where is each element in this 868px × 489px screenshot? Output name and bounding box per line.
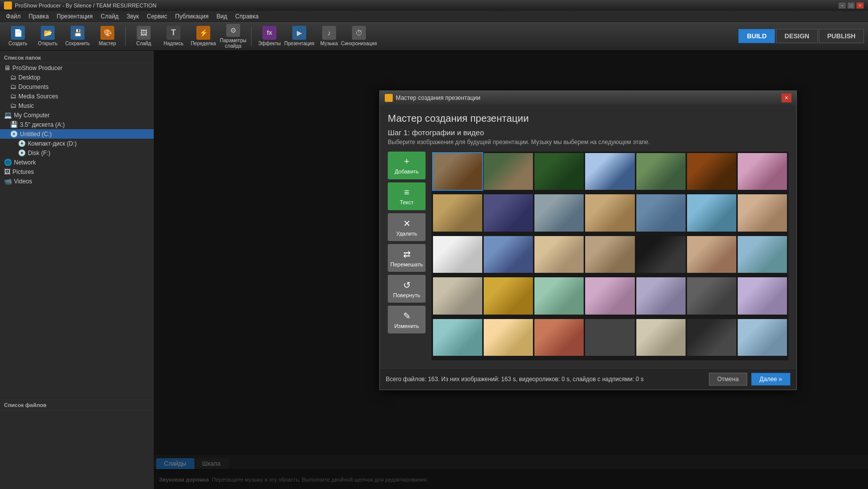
- rework-button[interactable]: ⚡ Переделка: [189, 24, 217, 49]
- effects-icon: fx: [262, 26, 276, 40]
- modal-footer-buttons: Отмена Далее »: [709, 373, 790, 386]
- grid-cell-18[interactable]: [585, 236, 634, 273]
- menu-service[interactable]: Сервис: [143, 12, 171, 21]
- master-label: Мастер: [99, 41, 116, 46]
- modal-overlay: Мастер создания презентации × Мастер соз…: [154, 51, 868, 489]
- grid-cell-13[interactable]: [687, 194, 736, 231]
- next-button[interactable]: Далее »: [751, 373, 790, 386]
- rotate-icon: ↺: [403, 280, 411, 291]
- change-label: Изменить: [394, 323, 419, 329]
- sync-button[interactable]: ⏱ Синхронизация: [345, 24, 373, 49]
- tree-item-network[interactable]: 🌐 Network: [0, 158, 154, 167]
- save-button[interactable]: 💾 Сохранить: [64, 24, 91, 49]
- grid-cell-34[interactable]: [687, 319, 736, 356]
- grid-cell-5[interactable]: [636, 153, 686, 190]
- master-button[interactable]: 🎨 Мастер: [93, 24, 121, 49]
- grid-cell-2[interactable]: [484, 153, 533, 190]
- menu-presentation[interactable]: Презентация: [53, 12, 97, 21]
- tree-item-pictures[interactable]: 🖼 Pictures: [0, 167, 154, 176]
- grid-cell-7[interactable]: [738, 153, 787, 190]
- tree-item-compact[interactable]: 💿 Компакт-диск (D:): [0, 139, 154, 148]
- grid-cell-8[interactable]: [433, 194, 482, 231]
- grid-cell-21[interactable]: [738, 236, 787, 273]
- grid-cell-33[interactable]: [636, 319, 686, 356]
- grid-cell-3[interactable]: [534, 153, 584, 190]
- grid-cell-22[interactable]: [433, 277, 482, 314]
- caption-button[interactable]: T Надпись: [160, 24, 187, 49]
- grid-cell-9[interactable]: [484, 194, 533, 231]
- grid-cell-14[interactable]: [738, 194, 787, 231]
- menu-file[interactable]: Файл: [2, 12, 25, 21]
- menu-edit[interactable]: Правка: [25, 12, 53, 21]
- grid-cell-32[interactable]: [585, 319, 634, 356]
- tree-item-floppy[interactable]: 💾 3.5" дискета (A:): [0, 120, 154, 129]
- grid-cell-31[interactable]: [534, 319, 584, 356]
- grid-cell-6[interactable]: [687, 153, 736, 190]
- maximize-button[interactable]: □: [847, 2, 855, 9]
- toolbar-separator-2: [251, 26, 252, 46]
- tree-item-music[interactable]: 🗂 Music: [0, 101, 154, 110]
- build-view-button[interactable]: BUILD: [738, 29, 775, 43]
- grid-cell-30[interactable]: [484, 319, 533, 356]
- grid-cell-12[interactable]: [636, 194, 686, 231]
- tree-item-mycomputer[interactable]: 💻 My Computer: [0, 110, 154, 120]
- add-label: Добавить: [395, 168, 419, 174]
- music-button[interactable]: ♪ Музыка: [315, 24, 343, 49]
- tree-item-media[interactable]: 🗂 Media Sources: [0, 91, 154, 101]
- close-button[interactable]: ×: [856, 2, 864, 9]
- master-icon: 🎨: [100, 26, 114, 40]
- modal-text-button[interactable]: ≡ Текст: [388, 182, 426, 210]
- grid-cell-28[interactable]: [738, 277, 787, 314]
- modal-add-button[interactable]: + Добавить: [388, 152, 426, 179]
- grid-cell-1[interactable]: [433, 153, 482, 190]
- grid-cell-23[interactable]: [484, 277, 533, 314]
- grid-cell-16[interactable]: [484, 236, 533, 273]
- menu-help[interactable]: Справка: [231, 12, 262, 21]
- publish-view-button[interactable]: PUBLISH: [819, 29, 864, 43]
- presentation-label: Презентация: [284, 41, 314, 46]
- modal-title-text: Мастер создания презентации: [396, 94, 781, 101]
- design-view-button[interactable]: DESIGN: [776, 29, 818, 43]
- menu-sound[interactable]: Звук: [123, 12, 143, 21]
- create-button[interactable]: 📄 Создать: [4, 24, 32, 49]
- grid-cell-29[interactable]: [433, 319, 482, 356]
- modal-close-button[interactable]: ×: [781, 93, 791, 102]
- slide-params-button[interactable]: ⚙ Параметры слайда: [219, 24, 247, 49]
- grid-cell-35[interactable]: [738, 319, 787, 356]
- grid-cell-25[interactable]: [585, 277, 634, 314]
- shuffle-icon: ⇄: [403, 249, 411, 260]
- menu-publish[interactable]: Публикация: [171, 12, 212, 21]
- grid-cell-10[interactable]: [534, 194, 584, 231]
- grid-cell-27[interactable]: [687, 277, 736, 314]
- modal-image-grid: [432, 152, 788, 360]
- cancel-button[interactable]: Отмена: [709, 373, 747, 386]
- open-button[interactable]: 📂 Открыть: [34, 24, 62, 49]
- minimize-button[interactable]: −: [838, 2, 846, 9]
- tree-item-proshow[interactable]: 🖥 ProShow Producer: [0, 63, 154, 73]
- grid-cell-17[interactable]: [534, 236, 584, 273]
- tree-item-documents[interactable]: 🗂 Documents: [0, 82, 154, 91]
- modal-delete-button[interactable]: ✕ Удалить: [388, 213, 426, 241]
- tree-item-desktop[interactable]: 🗂 Desktop: [0, 73, 154, 82]
- presentation-button[interactable]: ▶ Презентация: [285, 24, 313, 49]
- menu-slide[interactable]: Слайд: [97, 12, 123, 21]
- modal-shuffle-button[interactable]: ⇄ Перемешать: [388, 244, 426, 272]
- modal-rotate-button[interactable]: ↺ Повернуть: [388, 275, 426, 303]
- tree-item-untitled[interactable]: 💿 Untitled (C:): [0, 129, 154, 139]
- grid-cell-24[interactable]: [534, 277, 584, 314]
- tree-item-videos[interactable]: 📹 Videos: [0, 176, 154, 186]
- menu-view[interactable]: Вид: [212, 12, 231, 21]
- grid-cell-20[interactable]: [687, 236, 736, 273]
- grid-cell-15[interactable]: [433, 236, 482, 273]
- effects-button[interactable]: fx Эффекты: [256, 24, 283, 49]
- tree-item-disk-f[interactable]: 💿 Disk (F:): [0, 148, 154, 158]
- menubar: Файл Правка Презентация Слайд Звук Серви…: [0, 11, 868, 22]
- grid-cell-4[interactable]: [585, 153, 634, 190]
- grid-cell-19[interactable]: [636, 236, 686, 273]
- grid-cell-11[interactable]: [585, 194, 634, 231]
- grid-cell-26[interactable]: [636, 277, 686, 314]
- view-buttons: BUILD DESIGN PUBLISH: [738, 29, 864, 43]
- slide-button[interactable]: 🖼 Слайд: [130, 24, 158, 49]
- slide-params-icon: ⚙: [226, 24, 240, 37]
- modal-change-button[interactable]: ✎ Изменить: [388, 306, 426, 333]
